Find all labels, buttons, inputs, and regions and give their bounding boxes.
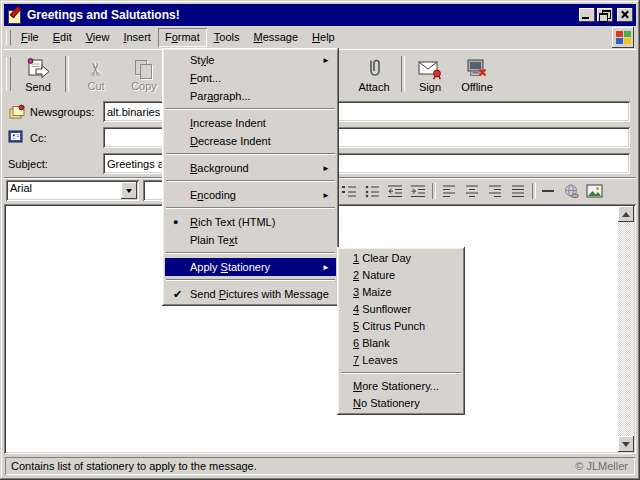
restore-button[interactable] [597,8,613,22]
menu-help[interactable]: Help [305,28,342,47]
message-window: Greetings and Salutations! File Edit Vie… [0,0,640,480]
horizontal-line-icon [540,183,556,199]
submenu-item-nature[interactable]: 2 Nature [340,267,462,284]
menu-view[interactable]: View [79,28,117,47]
submenu-item-clear-day[interactable]: 1 Clear Day [340,250,462,267]
decrease-indent-button[interactable] [384,180,406,202]
send-icon [25,57,51,80]
menu-item-send-pictures[interactable]: ✔Send Pictures with Message [165,285,336,303]
offline-button[interactable]: Offline [452,52,502,98]
vertical-scrollbar[interactable] [618,206,634,452]
menu-item-encoding[interactable]: Encoding► [165,186,336,204]
menu-message[interactable]: Message [246,28,305,47]
align-right-icon [487,183,503,199]
toolbar-grip[interactable] [6,30,11,45]
submenu-item-more-stationery[interactable]: More Stationery... [340,378,462,395]
windows-logo-icon [612,27,634,48]
hyperlink-button[interactable] [560,180,582,202]
offline-computer-icon [465,58,489,80]
close-button[interactable] [617,8,633,22]
menu-separator [340,369,462,378]
status-bar: Contains list of stationery to apply to … [4,455,636,476]
menu-separator [165,150,336,159]
toolbar-grip[interactable] [6,57,11,91]
menu-file[interactable]: File [14,28,46,47]
toolbar-separator [65,56,69,92]
insert-picture-icon [586,183,603,199]
align-center-button[interactable] [461,180,483,202]
subject-label: Subject: [8,157,48,171]
menu-format[interactable]: Format [158,28,207,47]
cc-label: Cc: [30,131,47,145]
scroll-up-button[interactable] [618,206,634,222]
format-menu: Style► Font... Paragraph... Increase Ind… [162,48,339,306]
ordered-list-icon [341,183,357,199]
sign-button[interactable]: Sign [408,52,452,98]
submenu-arrow-icon: ► [322,187,330,205]
menu-item-increase-indent[interactable]: Increase Indent [165,114,336,132]
credit-text: © JLMeller [575,460,628,472]
ordered-list-button[interactable] [338,180,360,202]
submenu-arrow-icon: ► [322,160,330,178]
submenu-item-maize[interactable]: 3 Maize [340,284,462,301]
sign-envelope-icon [418,58,442,80]
menu-item-plain-text[interactable]: Plain Text [165,231,336,249]
align-center-icon [464,183,480,199]
increase-indent-icon [410,183,426,199]
menu-item-rich-text[interactable]: ●Rich Text (HTML) [165,213,336,231]
increase-indent-button[interactable] [407,180,429,202]
arrow-up-icon [622,208,630,217]
address-book-icon [8,129,25,144]
menu-insert[interactable]: Insert [116,28,158,47]
submenu-item-sunflower[interactable]: 4 Sunflower [340,301,462,318]
toolbar-separator [532,183,536,199]
menu-item-paragraph[interactable]: Paragraph... [165,87,336,105]
menu-separator [165,177,336,186]
horizontal-line-button[interactable] [537,180,559,202]
justify-button[interactable] [507,180,529,202]
font-name-combo[interactable]: Arial [6,180,139,201]
menu-separator [165,276,336,285]
submenu-item-leaves[interactable]: 7 Leaves [340,352,462,369]
bullet-list-button[interactable] [361,180,383,202]
stationery-submenu: 1 Clear Day 2 Nature 3 Maize 4 Sunflower… [337,247,465,415]
menu-tools[interactable]: Tools [207,28,247,47]
paperclip-icon [363,57,385,80]
font-name-value: Arial [6,180,119,201]
title-bar[interactable]: Greetings and Salutations! [4,4,636,26]
toolbar-separator [432,183,436,199]
arrow-down-icon [622,442,630,451]
insert-picture-button[interactable] [583,180,605,202]
status-message: Contains list of stationery to apply to … [5,457,635,475]
menu-separator [165,249,336,258]
menu-separator [165,105,336,114]
menu-item-style[interactable]: Style► [165,51,336,69]
cut-button[interactable]: ✂ Cut [72,52,120,98]
menu-item-apply-stationery[interactable]: Apply Stationery► [165,258,336,276]
minimize-button[interactable] [579,8,595,22]
send-button[interactable]: Send [14,52,62,98]
cut-icon: ✂ [86,61,106,76]
align-left-button[interactable] [438,180,460,202]
newsgroups-icon [8,104,26,120]
copy-button[interactable]: Copy [120,52,168,98]
menu-item-decrease-indent[interactable]: Decrease Indent [165,132,336,150]
menu-item-background[interactable]: Background► [165,159,336,177]
menu-bar: File Edit View Insert Format Tools Messa… [4,27,636,48]
submenu-arrow-icon: ► [322,52,330,70]
submenu-item-citrus-punch[interactable]: 5 Citrus Punch [340,318,462,335]
chevron-down-icon [126,189,132,196]
submenu-item-blank[interactable]: 6 Blank [340,335,462,352]
align-right-button[interactable] [484,180,506,202]
scroll-down-button[interactable] [618,436,634,452]
menu-item-font[interactable]: Font... [165,69,336,87]
decrease-indent-icon [387,183,403,199]
menu-edit[interactable]: Edit [46,28,79,47]
combo-dropdown-button[interactable] [121,182,137,199]
submenu-item-no-stationery[interactable]: No Stationery [340,395,462,412]
checkmark-icon: ✔ [173,285,182,303]
note-icon [7,8,22,23]
copy-icon [134,59,154,79]
menu-separator [165,204,336,213]
attach-button[interactable]: Attach [350,52,398,98]
